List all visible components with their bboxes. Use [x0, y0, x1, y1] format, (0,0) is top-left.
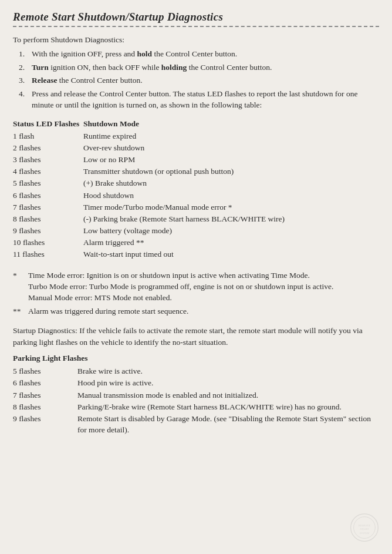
- flash-count: 8 flashes: [13, 401, 77, 412]
- flash-count: 9 flashes: [13, 413, 77, 435]
- footnote-text-2: Alarm was triggered during remote start …: [28, 305, 379, 317]
- parking-table: Parking Light Flashes 5 flashes Brake wi…: [13, 354, 379, 435]
- footnote-1: * Time Mode error: Ignition is on or shu…: [13, 270, 379, 303]
- flash-count: 1 flash: [13, 130, 83, 142]
- step-1-num: 1.: [19, 48, 32, 60]
- step-4: 4. Press and release the Control Center …: [19, 88, 379, 111]
- footnote-marker-2: **: [13, 305, 28, 317]
- footnote-marker-1: *: [13, 270, 28, 303]
- flash-count: 2 flashes: [13, 142, 83, 153]
- flash-count: 7 flashes: [13, 202, 83, 213]
- step-3-num: 3.: [19, 75, 32, 86]
- table-row: 5 flashes Brake wire is active.: [13, 365, 379, 377]
- col-mode-header: Shutdown Mode: [83, 119, 379, 129]
- table-row: 4 flashes Transmitter shutdown (or optio…: [13, 166, 379, 177]
- page-title: Remote Start Shutdown/Startup Diagnostic…: [13, 11, 379, 27]
- flash-count: 3 flashes: [13, 154, 83, 165]
- parking-mode: Parking/E-brake wire (Remote Start harne…: [77, 401, 379, 412]
- svg-text:SYSTEM: SYSTEM: [360, 532, 370, 535]
- flash-count: 11 flashes: [13, 249, 83, 260]
- flash-count: 7 flashes: [13, 390, 77, 401]
- table-row: 8 flashes Parking/E-brake wire (Remote S…: [13, 401, 379, 412]
- parking-mode: Hood pin wire is active.: [77, 377, 379, 388]
- step-4-text: Press and release the Control Center but…: [32, 88, 379, 111]
- parking-subtitle: Parking Light Flashes: [13, 354, 379, 363]
- table-row: 7 flashes Timer mode/Turbo mode/Manual m…: [13, 202, 379, 213]
- flash-count: 10 flashes: [13, 237, 83, 248]
- footnote-text-1: Time Mode error: Ignition is on or shutd…: [28, 270, 379, 303]
- table-row: 8 flashes (-) Parking brake (Remote Star…: [13, 213, 379, 224]
- flash-count: 6 flashes: [13, 190, 83, 201]
- shutdown-mode: Transmitter shutdown (or optional push b…: [83, 166, 379, 177]
- step-2: 2. Turn ignition ON, then back OFF while…: [19, 62, 379, 73]
- flash-count: 5 flashes: [13, 365, 77, 377]
- flash-count: 5 flashes: [13, 177, 83, 189]
- parking-mode: Manual transmission mode is enabled and …: [77, 390, 379, 401]
- shutdown-mode: Over-rev shutdown: [83, 142, 379, 153]
- step-2-text: Turn ignition ON, then back OFF while ho…: [32, 62, 379, 73]
- step-1-text: With the ignition OFF, press and hold th…: [32, 48, 379, 60]
- table-row: 11 flashes Wait-to-start input timed out: [13, 249, 379, 260]
- shutdown-mode: (-) Parking brake (Remote Start harness …: [83, 213, 379, 224]
- svg-text:START: START: [360, 528, 369, 531]
- col-flashes-header: Status LED Flashes: [13, 119, 83, 129]
- flash-count: 8 flashes: [13, 213, 83, 224]
- shutdown-table: Status LED Flashes Shutdown Mode 1 flash…: [13, 119, 379, 260]
- shutdown-table-header: Status LED Flashes Shutdown Mode: [13, 119, 379, 129]
- table-row: 9 flashes Low battery (voltage mode): [13, 225, 379, 236]
- step-3-text: Release the Control Center button.: [32, 75, 379, 86]
- flash-count: 4 flashes: [13, 166, 83, 177]
- flash-count: 6 flashes: [13, 377, 77, 388]
- table-row: 6 flashes Hood shutdown: [13, 190, 379, 201]
- table-row: 3 flashes Low or no RPM: [13, 154, 379, 165]
- shutdown-mode: Runtime expired: [83, 130, 379, 142]
- shutdown-mode: (+) Brake shutdown: [83, 177, 379, 189]
- table-row: 7 flashes Manual transmission mode is en…: [13, 390, 379, 401]
- watermark: REMOTE START SYSTEM: [350, 513, 379, 542]
- startup-intro: Startup Diagnostics: If the vehicle fail…: [13, 325, 379, 348]
- step-1: 1. With the ignition OFF, press and hold…: [19, 48, 379, 60]
- table-row: 9 flashes Remote Start is disabled by Ga…: [13, 413, 379, 435]
- footnote-2: ** Alarm was triggered during remote sta…: [13, 305, 379, 317]
- step-2-num: 2.: [19, 62, 32, 73]
- svg-text:REMOTE: REMOTE: [359, 524, 371, 527]
- startup-section: Startup Diagnostics: If the vehicle fail…: [13, 325, 379, 435]
- table-row: 5 flashes (+) Brake shutdown: [13, 177, 379, 189]
- table-row: 10 flashes Alarm triggered **: [13, 237, 379, 248]
- step-3: 3. Release the Control Center button.: [19, 75, 379, 86]
- shutdown-mode: Wait-to-start input timed out: [83, 249, 379, 260]
- shutdown-mode: Alarm triggered **: [83, 237, 379, 248]
- flash-count: 9 flashes: [13, 225, 83, 236]
- table-row: 1 flash Runtime expired: [13, 130, 379, 142]
- footnote-section: * Time Mode error: Ignition is on or shu…: [13, 270, 379, 317]
- intro-text: To perform Shutdown Diagnostics:: [13, 35, 379, 45]
- parking-mode: Brake wire is active.: [77, 365, 379, 377]
- steps-list: 1. With the ignition OFF, press and hold…: [19, 48, 379, 111]
- shutdown-mode: Hood shutdown: [83, 190, 379, 201]
- parking-mode: Remote Start is disabled by Garage Mode.…: [77, 413, 379, 435]
- step-4-num: 4.: [19, 88, 32, 111]
- table-row: 2 flashes Over-rev shutdown: [13, 142, 379, 153]
- shutdown-mode: Low or no RPM: [83, 154, 379, 165]
- shutdown-mode: Timer mode/Turbo mode/Manual mode error …: [83, 202, 379, 213]
- table-row: 6 flashes Hood pin wire is active.: [13, 377, 379, 388]
- shutdown-mode: Low battery (voltage mode): [83, 225, 379, 236]
